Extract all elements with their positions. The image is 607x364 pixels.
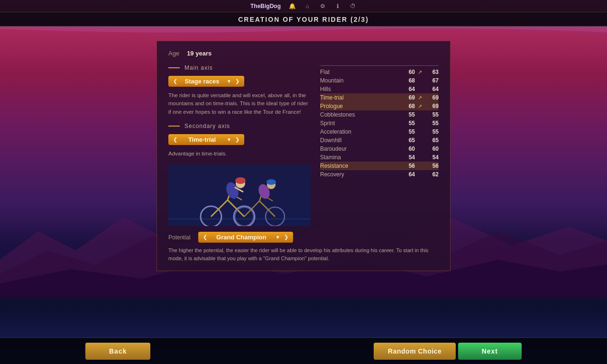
stat-val1: 54 (401, 154, 415, 161)
stat-row: Cobblestones5555 (320, 110, 439, 119)
next-button[interactable]: Next (458, 343, 522, 360)
stat-val2: 69 (424, 103, 439, 109)
random-choice-button[interactable]: Random Choice (374, 343, 456, 360)
potential-selector[interactable]: ❮ Grand Champion ▼ ❯ (198, 232, 293, 243)
title-bar: CREATION OF YOUR RIDER (2/3) (0, 12, 607, 27)
secondary-axis-right-arrow[interactable]: ❯ (235, 136, 239, 143)
stat-name: Mountain (320, 77, 401, 84)
stat-name: Flat (320, 69, 401, 75)
secondary-axis-chevron: ▼ (227, 137, 231, 142)
stat-val1: 55 (401, 111, 415, 118)
stat-val2: 63 (424, 69, 439, 75)
stats-panel: Flat60↗63Mountain6867Hills6464Time-trial… (320, 64, 439, 226)
stat-name: Acceleration (320, 128, 401, 135)
stat-row: Recovery6462 (320, 170, 439, 179)
stat-name: Cobblestones (320, 111, 401, 118)
stat-name: Downhill (320, 137, 401, 144)
main-axis-left-arrow[interactable]: ❮ (173, 78, 177, 84)
bell-icon[interactable]: 🔔 (288, 2, 296, 10)
secondary-axis-value: Time-trial (181, 136, 223, 143)
secondary-axis-selector[interactable]: ❮ Time-trial ▼ ❯ (168, 134, 244, 145)
potential-left-arrow[interactable]: ❮ (203, 234, 207, 240)
stat-name: Baroudeur (320, 146, 401, 152)
main-axis-description: The rider is quite versatile and will ex… (168, 91, 311, 116)
home-icon[interactable]: ⌂ (304, 2, 311, 10)
rider-creation-panel: Age 19 years Main axis ❮ Stage races ▼ ❯ (156, 41, 451, 271)
stat-row: Hills6464 (320, 85, 439, 93)
secondary-axis-header: Secondary axis (168, 123, 311, 129)
age-row: Age 19 years (168, 50, 439, 57)
stat-val2: 55 (424, 128, 439, 135)
stat-row: Prologue68↗69 (320, 102, 439, 110)
stat-row: Downhill6565 (320, 136, 439, 145)
stat-val2: 56 (424, 163, 439, 169)
stat-val1: 68 (401, 77, 415, 84)
svg-rect-3 (168, 164, 311, 226)
stat-name: Sprint (320, 120, 401, 127)
stat-val1: 64 (401, 86, 415, 92)
stat-val1: 56 (401, 163, 415, 169)
rider-image-area (168, 164, 311, 226)
stat-val1: 55 (401, 128, 415, 135)
page-title: CREATION OF YOUR RIDER (2/3) (238, 16, 369, 23)
back-button[interactable]: Back (85, 343, 150, 360)
top-bar: TheBigDog 🔔 ⌂ ⚙ ℹ ⏱ (0, 0, 607, 12)
main-axis-line (168, 67, 180, 68)
stat-name: Resistance (320, 163, 401, 169)
info-icon[interactable]: ℹ (334, 2, 341, 10)
age-label: Age (168, 50, 179, 57)
username: TheBigDog (250, 3, 281, 9)
settings-icon[interactable]: ⚙ (319, 2, 326, 10)
secondary-axis-selector-row: ❮ Time-trial ▼ ❯ (168, 134, 311, 145)
stat-val2: 55 (424, 120, 439, 127)
stat-row: Stamina5454 (320, 153, 439, 162)
bottom-bar: Back Random Choice Next (0, 337, 607, 364)
stat-arrow-icon: ↗ (415, 95, 424, 101)
potential-right-arrow[interactable]: ❯ (284, 234, 288, 240)
stat-row: Mountain6867 (320, 76, 439, 85)
potential-value: Grand Champion (211, 234, 272, 241)
stat-val2: 65 (424, 137, 439, 144)
stats-table: Flat60↗63Mountain6867Hills6464Time-trial… (320, 68, 439, 179)
right-button-group: Random Choice Next (374, 343, 522, 360)
stat-name: Hills (320, 86, 401, 92)
main-axis-label: Main axis (184, 64, 213, 71)
main-axis-chevron: ▼ (227, 79, 231, 84)
stat-val2: 60 (424, 146, 439, 152)
main-axis-header: Main axis (168, 64, 311, 71)
main-axis-value: Stage races (181, 78, 223, 85)
stat-name: Time-trial (320, 94, 401, 101)
potential-label: Potential (168, 234, 191, 241)
main-content: Age 19 years Main axis ❮ Stage races ▼ ❯ (0, 36, 607, 271)
stat-name: Stamina (320, 154, 401, 161)
age-value: 19 years (187, 50, 212, 57)
stat-val1: 55 (401, 120, 415, 127)
svg-point-23 (267, 179, 276, 185)
stat-val1: 60 (401, 146, 415, 152)
stat-row: Resistance5656 (320, 162, 439, 170)
svg-point-13 (235, 177, 246, 184)
stat-val1: 68 (401, 103, 415, 109)
stat-name: Recovery (320, 171, 401, 178)
potential-row: Potential ❮ Grand Champion ▼ ❯ (168, 232, 439, 243)
stat-val2: 54 (424, 154, 439, 161)
main-axis-right-arrow[interactable]: ❯ (235, 78, 239, 84)
stat-val1: 65 (401, 137, 415, 144)
main-axis-selector-row: ❮ Stage races ▼ ❯ (168, 76, 311, 87)
stat-val1: 64 (401, 171, 415, 178)
potential-chevron: ▼ (276, 235, 280, 240)
stat-val1: 69 (401, 94, 415, 101)
main-axis-selector[interactable]: ❮ Stage races ▼ ❯ (168, 76, 244, 87)
stat-name: Prologue (320, 103, 401, 109)
stat-val2: 55 (424, 111, 439, 118)
secondary-axis-left-arrow[interactable]: ❮ (173, 136, 177, 143)
stat-row: Flat60↗63 (320, 68, 439, 76)
stat-val2: 67 (424, 77, 439, 84)
stat-arrow-icon: ↗ (415, 69, 424, 75)
stat-val2: 62 (424, 171, 439, 178)
secondary-axis-description: Advantage in time-trials. (168, 150, 311, 158)
stat-val2: 64 (424, 86, 439, 92)
timer-icon[interactable]: ⏱ (349, 2, 357, 10)
stat-row: Acceleration5555 (320, 127, 439, 136)
stat-row: Sprint5555 (320, 119, 439, 127)
